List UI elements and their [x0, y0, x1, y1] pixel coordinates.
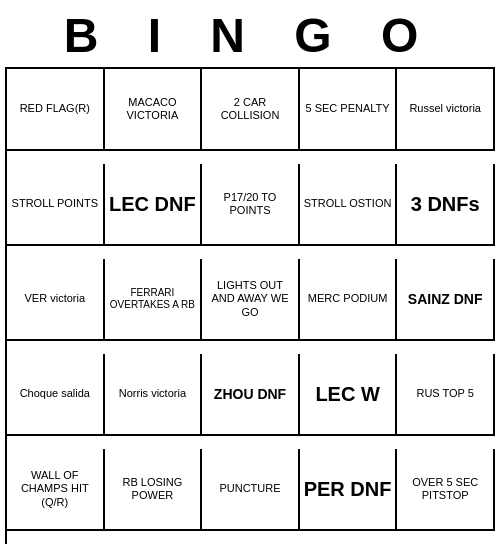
cell-14: SAINZ DNF	[397, 259, 495, 341]
cell-18: LEC W	[300, 354, 398, 436]
cell-3: 5 SEC PENALTY	[300, 69, 398, 151]
cell-16: Norris victoria	[105, 354, 203, 436]
cell-10: VER victoria	[7, 259, 105, 341]
cell-24: OVER 5 SEC PITSTOP	[397, 449, 495, 531]
bingo-grid: RED FLAG(R)MACACO VICTORIA2 CAR COLLISIO…	[5, 67, 495, 544]
cell-12: LIGHTS OUT AND AWAY WE GO	[202, 259, 300, 341]
cell-20: WALL OF CHAMPS HIT (Q/R)	[7, 449, 105, 531]
cell-9: 3 DNFs	[397, 164, 495, 246]
cell-19: RUS TOP 5	[397, 354, 495, 436]
cell-17: ZHOU DNF	[202, 354, 300, 436]
bingo-title: B I N G O	[0, 0, 500, 67]
cell-21: RB LOSING POWER	[105, 449, 203, 531]
cell-11: FERRARI OVERTAKES A RB	[105, 259, 203, 341]
cell-22: PUNCTURE	[202, 449, 300, 531]
cell-6: LEC DNF	[105, 164, 203, 246]
cell-8: STROLL OSTION	[300, 164, 398, 246]
cell-23: PER DNF	[300, 449, 398, 531]
cell-4: Russel victoria	[397, 69, 495, 151]
cell-15: Choque salida	[7, 354, 105, 436]
cell-2: 2 CAR COLLISION	[202, 69, 300, 151]
cell-13: MERC PODIUM	[300, 259, 398, 341]
cell-5: STROLL POINTS	[7, 164, 105, 246]
cell-1: MACACO VICTORIA	[105, 69, 203, 151]
cell-0: RED FLAG(R)	[7, 69, 105, 151]
cell-7: P17/20 TO POINTS	[202, 164, 300, 246]
